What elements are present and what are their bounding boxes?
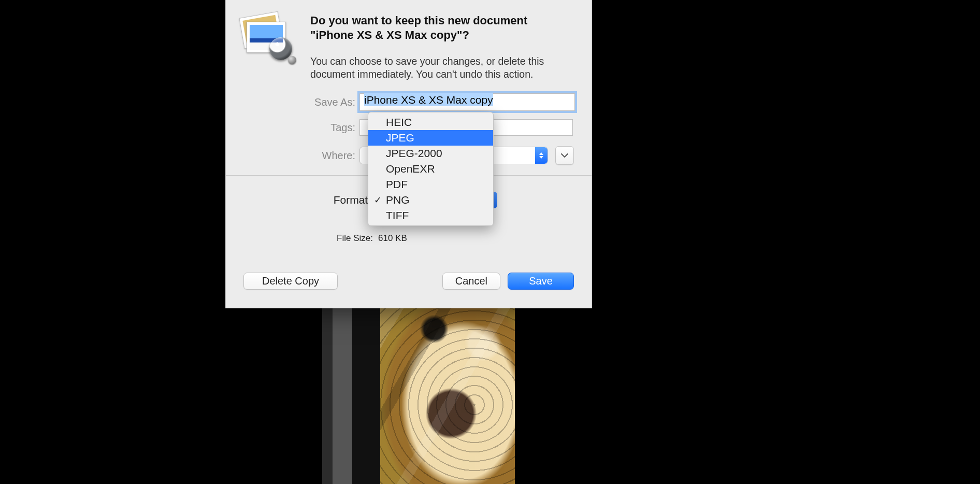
format-label: Format: — [226, 194, 375, 206]
format-option-jpeg-2000[interactable]: JPEG-2000 — [368, 146, 493, 161]
file-size-row: File Size: 610 KB — [226, 233, 592, 244]
format-option-jpeg[interactable]: JPEG — [368, 130, 493, 146]
delete-copy-button[interactable]: Delete Copy — [243, 273, 338, 290]
file-size-value: 610 KB — [378, 233, 407, 244]
format-option-label: PNG — [386, 194, 410, 206]
format-option-png[interactable]: ✓PNG — [368, 192, 493, 208]
format-option-label: JPEG — [386, 132, 414, 144]
format-dropdown-menu[interactable]: HEICJPEGJPEG-2000OpenEXRPDF✓PNGTIFF — [368, 112, 494, 226]
format-option-tiff[interactable]: TIFF — [368, 208, 493, 223]
dialog-message: You can choose to save your changes, or … — [310, 55, 574, 81]
where-label: Where: — [226, 150, 359, 162]
save-as-input[interactable]: iPhone XS & XS Max copy — [359, 93, 575, 111]
dialog-heading: Do you want to keep this new document "i… — [310, 13, 574, 42]
save-as-value: iPhone XS & XS Max copy — [364, 93, 493, 106]
updown-icon — [535, 147, 547, 164]
format-option-openexr[interactable]: OpenEXR — [368, 161, 493, 177]
button-bar: Delete Copy Cancel Save — [226, 273, 592, 290]
chevron-down-icon — [561, 153, 568, 158]
save-dialog-sheet: Do you want to keep this new document "i… — [225, 0, 592, 308]
format-option-heic[interactable]: HEIC — [368, 115, 493, 130]
preview-app-icon — [240, 15, 297, 65]
expand-save-panel-button[interactable] — [555, 146, 574, 165]
file-size-label: File Size: — [226, 233, 378, 244]
save-button[interactable]: Save — [508, 273, 574, 290]
cancel-button[interactable]: Cancel — [442, 273, 500, 290]
background-iphone-image — [302, 308, 515, 484]
format-option-label: PDF — [386, 178, 408, 191]
format-option-pdf[interactable]: PDF — [368, 177, 493, 192]
tags-label: Tags: — [226, 122, 359, 134]
format-option-label: TIFF — [386, 209, 409, 222]
save-as-row: Save As: iPhone XS & XS Max copy — [226, 93, 592, 111]
save-as-label: Save As: — [226, 96, 359, 108]
format-option-label: HEIC — [386, 116, 412, 129]
format-option-label: OpenEXR — [386, 163, 435, 175]
format-option-label: JPEG-2000 — [386, 147, 442, 160]
check-icon: ✓ — [373, 194, 382, 206]
